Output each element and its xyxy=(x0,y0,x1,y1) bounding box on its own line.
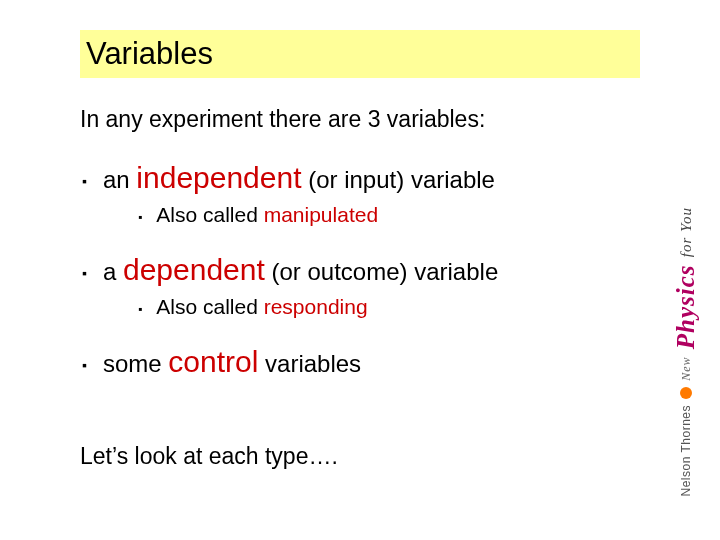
bullet-keyword: dependent xyxy=(123,253,265,286)
bullet-suffix: (or outcome) variable xyxy=(271,258,498,285)
physics-logo: New Physics for You xyxy=(672,207,700,381)
brand-new: New xyxy=(679,356,693,380)
sub-prefix: Also called xyxy=(156,203,258,226)
bullet-icon: ▪ xyxy=(138,302,142,316)
publisher-dot-icon xyxy=(680,387,692,399)
brand-for-you: for You xyxy=(678,207,694,257)
sub-keyword: manipulated xyxy=(264,203,378,226)
sub-list-item: ▪ Also called manipulated xyxy=(138,203,640,227)
brand-sidebar: New Physics for You Nelson Thornes xyxy=(660,130,712,500)
bullet-prefix: a xyxy=(103,258,116,285)
bullet-keyword: independent xyxy=(136,161,301,194)
list-item: ▪ a dependent (or outcome) variable xyxy=(82,253,640,287)
intro-text: In any experiment there are 3 variables: xyxy=(80,106,640,133)
bullet-icon: ▪ xyxy=(82,357,87,373)
bullet-prefix: an xyxy=(103,166,130,193)
sub-list-item: ▪ Also called responding xyxy=(138,295,640,319)
page-title: Variables xyxy=(86,36,634,72)
slide: Variables In any experiment there are 3 … xyxy=(0,0,720,540)
sub-prefix: Also called xyxy=(156,295,258,318)
title-band: Variables xyxy=(80,30,640,78)
bullet-prefix: some xyxy=(103,350,162,377)
bullet-text: an independent (or input) variable xyxy=(103,161,495,195)
sub-bullet-text: Also called responding xyxy=(156,295,367,319)
bullet-icon: ▪ xyxy=(138,210,142,224)
closing-text: Let’s look at each type…. xyxy=(80,443,640,470)
sub-bullet-text: Also called manipulated xyxy=(156,203,378,227)
bullet-icon: ▪ xyxy=(82,265,87,281)
brand-physics: Physics xyxy=(672,264,699,349)
sub-keyword: responding xyxy=(264,295,368,318)
bullet-icon: ▪ xyxy=(82,173,87,189)
list-item: ▪ an independent (or input) variable xyxy=(82,161,640,195)
bullet-suffix: (or input) variable xyxy=(308,166,495,193)
bullet-text: a dependent (or outcome) variable xyxy=(103,253,498,287)
bullet-keyword: control xyxy=(168,345,258,378)
publisher-name: Nelson Thornes xyxy=(679,405,693,497)
bullet-suffix: variables xyxy=(265,350,361,377)
list-item: ▪ some control variables xyxy=(82,345,640,379)
bullet-text: some control variables xyxy=(103,345,361,379)
